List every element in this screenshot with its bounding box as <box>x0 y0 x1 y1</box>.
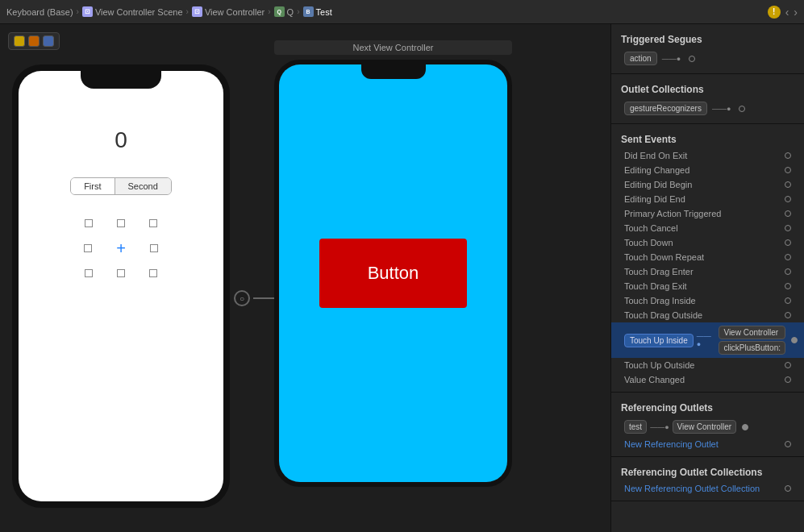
breadcrumb: Keyboard (Base) › ⊡ View Controller Scen… <box>6 6 332 17</box>
triggered-segues-section: Triggered Segues action ——● <box>611 24 804 74</box>
breadcrumb-sep-2: › <box>186 7 189 16</box>
ref-conn-dot <box>742 424 748 430</box>
phone-1: 0 First Second + <box>12 64 230 508</box>
new-ref-outlet-coll-row[interactable]: New Referencing Outlet Collection <box>611 481 804 496</box>
ctrl-yellow[interactable] <box>14 35 25 47</box>
tui-connections: View Controller clickPlusButton: <box>719 326 785 355</box>
event-touch-down: Touch Down <box>611 235 804 250</box>
grid-sq-5 <box>150 244 158 252</box>
event-dot-7 <box>785 239 791 246</box>
breadcrumb-vc-label: View Controller <box>205 7 265 17</box>
phone-controls <box>8 32 60 50</box>
arrow-circle: ○ <box>234 290 250 306</box>
grid-sq-6 <box>85 269 93 277</box>
gesture-recognizers-row: gestureRecognizers ——● <box>611 98 804 118</box>
gesture-arrow-icon: ——● <box>712 105 731 113</box>
sent-events-header: Sent Events <box>611 129 804 148</box>
phone-2-label: Next View Controller <box>274 40 512 55</box>
q-icon: Q <box>274 6 285 17</box>
chevron-left-icon[interactable]: ‹ <box>785 6 789 19</box>
new-ref-outlet-label[interactable]: New Referencing Outlet <box>624 439 781 449</box>
sent-events-section: Sent Events Did End On Exit Editing Chan… <box>611 124 804 393</box>
triggered-segues-header: Triggered Segues <box>611 29 804 48</box>
referencing-outlets-header: Referencing Outlets <box>611 397 804 417</box>
grid-row-3 <box>85 269 157 277</box>
grid-sq-4 <box>84 244 92 252</box>
new-ref-outlet-coll-label[interactable]: New Referencing Outlet Collection <box>624 484 781 493</box>
b-icon: B <box>303 6 314 17</box>
ref-vc-label: View Controller <box>673 420 737 434</box>
grid-sq-3 <box>149 219 157 227</box>
grid-sq-7 <box>117 269 125 277</box>
event-dot-11 <box>785 297 791 304</box>
grid-row-1 <box>85 219 157 227</box>
event-primary-action: Primary Action Triggered <box>611 206 804 221</box>
breadcrumb-sep-4: › <box>297 7 299 16</box>
event-did-end-on-exit: Did End On Exit <box>611 148 804 163</box>
action-badge: action <box>624 52 657 65</box>
breadcrumb-vc[interactable]: ⊡ View Controller <box>192 6 265 17</box>
event-touch-drag-exit: Touch Drag Exit <box>611 279 804 293</box>
breadcrumb-sep-3: › <box>268 7 270 16</box>
event-editing-did-begin: Editing Did Begin <box>611 177 804 192</box>
referencing-outlets-section: Referencing Outlets test ——● View Contro… <box>611 393 804 457</box>
breadcrumb-test-label: Test <box>316 7 332 17</box>
grid-sq-2 <box>117 219 125 227</box>
main-area: 0 First Second + <box>0 24 804 532</box>
event-dot-1 <box>785 152 791 159</box>
breadcrumb-keyboard-label: Keyboard (Base) <box>6 7 73 17</box>
phone-1-screen: 0 First Second + <box>19 71 223 501</box>
grid-sq-1 <box>85 219 93 227</box>
tui-method-label: clickPlusButton: <box>719 341 785 355</box>
gesture-conn-dot <box>739 106 745 112</box>
event-touch-drag-enter: Touch Drag Enter <box>611 264 804 279</box>
tui-conn-dot <box>791 337 798 343</box>
breadcrumb-q[interactable]: Q Q <box>274 6 294 17</box>
plus-icon[interactable]: + <box>116 240 126 256</box>
toolbar-right: ! ‹ › <box>768 6 798 19</box>
event-value-changed: Value Changed <box>611 372 804 387</box>
segue-action-row: action ——● <box>611 48 804 69</box>
event-dot-3 <box>785 181 791 188</box>
gesture-recognizers-badge: gestureRecognizers <box>624 102 707 115</box>
event-dot-12 <box>785 312 791 318</box>
segmented-control[interactable]: First Second <box>70 177 172 195</box>
event-dot-5 <box>785 210 791 217</box>
event-dot-10 <box>785 283 791 289</box>
event-touch-up-outside: Touch Up Outside <box>611 358 804 372</box>
big-button[interactable]: Button <box>319 239 468 308</box>
breadcrumb-q-label: Q <box>287 7 294 17</box>
breadcrumb-vc-scene[interactable]: ⊡ View Controller Scene <box>82 6 183 17</box>
breadcrumb-keyboard[interactable]: Keyboard (Base) <box>6 7 73 17</box>
action-conn-dot <box>689 56 695 62</box>
chevron-right-icon[interactable]: › <box>794 6 798 19</box>
touch-up-inside-badge: Touch Up Inside <box>624 334 694 347</box>
label-zero: 0 <box>115 127 127 153</box>
event-dot-2 <box>785 167 791 173</box>
phone-1-frame: 0 First Second + <box>12 64 230 508</box>
new-ref-dot <box>785 441 791 447</box>
canvas-area[interactable]: 0 First Second + <box>0 24 610 532</box>
phone-2-notch <box>361 64 426 79</box>
warning-icon[interactable]: ! <box>768 6 781 19</box>
ctrl-blue[interactable] <box>43 35 54 47</box>
event-dot-4 <box>785 196 791 202</box>
new-ref-coll-dot <box>785 485 791 492</box>
tui-arrow-icon: ——● <box>697 332 714 348</box>
phone-2-screen: Button <box>279 64 507 482</box>
seg-second[interactable]: Second <box>115 178 171 194</box>
seg-first[interactable]: First <box>71 178 115 194</box>
ctrl-orange[interactable] <box>28 35 40 47</box>
event-dot-8 <box>785 254 791 260</box>
breadcrumb-test[interactable]: B Test <box>303 6 332 17</box>
grid-area: + <box>84 219 158 277</box>
new-ref-outlet-row[interactable]: New Referencing Outlet <box>611 437 804 451</box>
event-touch-down-repeat: Touch Down Repeat <box>611 250 804 264</box>
event-dot-6 <box>785 225 791 231</box>
event-touch-drag-outside: Touch Drag Outside <box>611 308 804 322</box>
tui-vc-label: View Controller <box>719 326 785 339</box>
ref-outlet-badge: test <box>624 420 647 434</box>
breadcrumb-vc-scene-label: View Controller Scene <box>95 7 183 17</box>
phone-1-notch <box>81 71 161 89</box>
grid-sq-8 <box>149 269 157 277</box>
